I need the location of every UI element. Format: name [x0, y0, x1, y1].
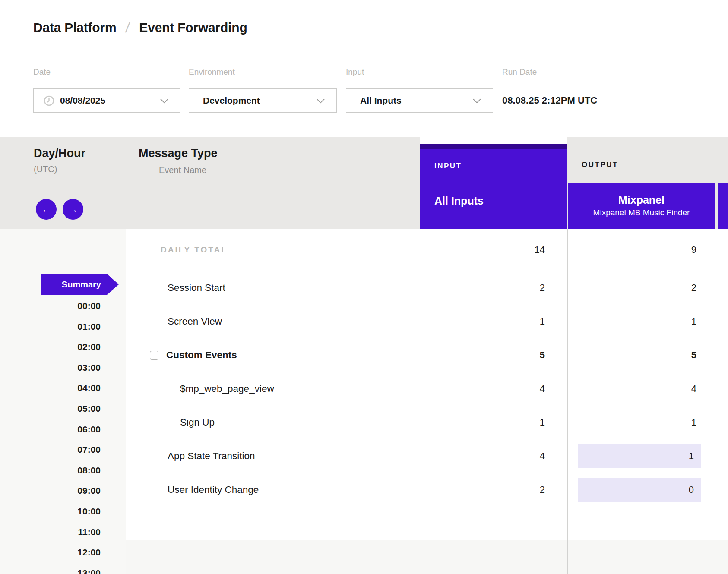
event-name-subheader: Event Name — [159, 165, 206, 175]
output-count-cell-highlighted: 0 — [568, 473, 715, 507]
environment-value: Development — [203, 95, 260, 106]
event-row-label[interactable]: Custom Events — [166, 338, 237, 372]
event-forwarding-page: Data Platform / Event Forwarding Date En… — [0, 0, 728, 574]
message-type-header: Message Type — [139, 147, 218, 160]
breadcrumb: Data Platform / Event Forwarding — [33, 0, 247, 55]
table-row: Screen View 1 1 — [126, 305, 728, 338]
table-row: Session Start 2 2 — [126, 271, 728, 305]
output-column-next-partial — [718, 183, 728, 229]
output-count-cell: 1 — [568, 305, 715, 338]
hour-row-0000[interactable]: 00:00 — [0, 296, 101, 316]
hour-row-0400[interactable]: 04:00 — [0, 378, 101, 398]
output-count-cell: 1 — [568, 406, 715, 439]
event-row-label[interactable]: Session Start — [168, 271, 225, 305]
table-row: – Custom Events 5 5 — [126, 338, 728, 372]
hour-row-0500[interactable]: 05:00 — [0, 398, 101, 419]
hour-row-0800[interactable]: 08:00 — [0, 460, 101, 481]
input-section-label: INPUT — [434, 162, 462, 170]
chevron-down-icon — [160, 95, 168, 103]
run-date-label: Run Date — [502, 67, 537, 77]
table-row: User Identity Change 2 0 — [126, 473, 728, 507]
breadcrumb-separator: / — [125, 20, 131, 36]
input-filter-label: Input — [346, 67, 364, 77]
date-select[interactable]: 08/08/2025 — [33, 88, 180, 113]
daily-total-row: Daily Total 14 9 — [126, 229, 728, 271]
output-count-cell: 4 — [568, 372, 715, 406]
hour-row-1100[interactable]: 11:00 — [0, 522, 101, 542]
daily-total-label: Daily Total — [161, 229, 228, 271]
input-count-cell: 1 — [420, 406, 567, 439]
day-hour-header: Day/Hour — [34, 147, 85, 160]
input-count-cell: 2 — [420, 271, 567, 305]
run-date-value: 08.08.25 2:12PM UTC — [502, 88, 597, 113]
environment-filter-label: Environment — [189, 67, 235, 77]
table-footer-band — [126, 540, 728, 574]
summary-row-badge[interactable]: Summary — [41, 274, 107, 295]
page-title: Event Forwarding — [139, 20, 247, 35]
output-section-label: OUTPUT — [582, 161, 618, 169]
filter-bar: Date Environment Input Run Date 08/08/20… — [0, 55, 728, 137]
input-count-cell: 1 — [420, 305, 567, 338]
topbar: Data Platform / Event Forwarding — [0, 0, 728, 55]
output-column-name: Mixpanel — [618, 194, 665, 205]
input-count-cell: 4 — [420, 372, 567, 406]
arrow-right-icon: → — [68, 204, 78, 215]
date-value: 08/08/2025 — [60, 95, 105, 106]
collapse-icon[interactable]: – — [150, 351, 158, 360]
event-row-label[interactable]: $mp_web_page_view — [180, 372, 274, 406]
event-row-label[interactable]: Screen View — [168, 305, 222, 338]
event-row-label[interactable]: User Identity Change — [168, 473, 259, 507]
hour-row-0600[interactable]: 06:00 — [0, 419, 101, 440]
hour-row-0200[interactable]: 02:00 — [0, 337, 101, 357]
table-row: Sign Up 1 1 — [126, 406, 728, 439]
input-column-header[interactable]: INPUT All Inputs — [420, 144, 567, 229]
input-count-cell: 4 — [420, 439, 567, 473]
output-count-cell: 5 — [568, 338, 715, 372]
event-row-label[interactable]: App State Transition — [168, 439, 255, 473]
output-count-cell: 2 — [568, 271, 715, 305]
environment-select[interactable]: Development — [189, 88, 337, 113]
hour-row-0700[interactable]: 07:00 — [0, 439, 101, 460]
event-row-label[interactable]: Sign Up — [180, 406, 215, 439]
daily-total-output-count: 9 — [568, 229, 715, 271]
input-count-cell: 5 — [420, 338, 567, 372]
input-column-top-gap — [420, 137, 567, 144]
date-filter-label: Date — [33, 67, 51, 77]
day-hour-utc-note: (UTC) — [34, 164, 57, 174]
daily-total-input-count: 14 — [420, 229, 567, 271]
input-column-name: All Inputs — [434, 195, 484, 207]
clock-icon — [44, 95, 54, 106]
output-column-subtitle: Mixpanel MB Music Finder — [593, 208, 690, 217]
arrow-left-icon: ← — [41, 204, 51, 215]
hour-row-0900[interactable]: 09:00 — [0, 480, 101, 501]
hour-row-1300[interactable]: 13:00 — [0, 563, 101, 574]
breadcrumb-section[interactable]: Data Platform — [33, 20, 116, 35]
hour-row-1200[interactable]: 12:00 — [0, 542, 101, 563]
hour-row-0100[interactable]: 01:00 — [0, 316, 101, 337]
chevron-down-icon — [317, 95, 324, 103]
input-value: All Inputs — [360, 95, 402, 106]
table-row: App State Transition 4 1 — [126, 439, 728, 473]
input-select[interactable]: All Inputs — [346, 88, 493, 113]
hour-row-1000[interactable]: 10:00 — [0, 501, 101, 522]
output-count-cell-highlighted: 1 — [568, 439, 715, 473]
output-column-header[interactable]: Mixpanel Mixpanel MB Music Finder — [568, 183, 715, 229]
prev-day-button[interactable]: ← — [36, 199, 57, 220]
next-day-button[interactable]: → — [63, 199, 83, 220]
input-count-cell: 2 — [420, 473, 567, 507]
chevron-down-icon — [473, 95, 481, 103]
table-row: $mp_web_page_view 4 4 — [126, 372, 728, 406]
hour-row-0300[interactable]: 03:00 — [0, 357, 101, 378]
